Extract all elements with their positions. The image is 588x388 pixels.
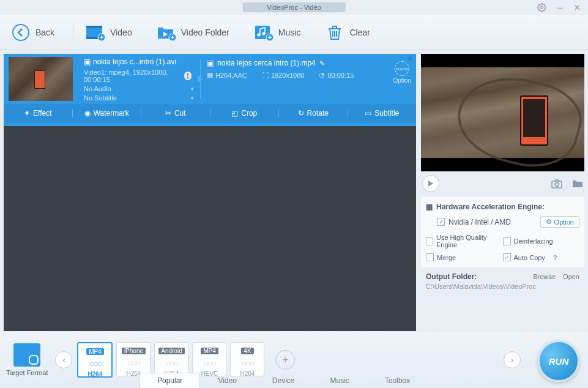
crop-button[interactable]: ◰Crop [210, 109, 279, 118]
file-icon: ▣ [207, 59, 214, 67]
video-clip-card[interactable]: ✕ ▣nokia lejos c...intro (1).avi Video1:… [4, 54, 416, 126]
output-folder-section: Output Folder: Browse Open C:\Users\Mala… [421, 267, 584, 295]
vendors-checkbox[interactable]: ✓ [437, 218, 445, 226]
clear-button[interactable]: Clear [325, 23, 370, 42]
svg-point-9 [262, 32, 265, 35]
subtitle-button[interactable]: ▭Subtitle [348, 109, 417, 118]
titlebar: VideoProc - Video ─ ✕ [0, 0, 588, 15]
subtitle-info-line: No Subtitle [84, 94, 117, 102]
dropdown-caret-icon[interactable]: ▾ [191, 95, 194, 101]
card-divider-arrow [200, 59, 201, 99]
clip-list-panel: ✕ ▣nokia lejos c...intro (1).avi Video1:… [0, 50, 416, 332]
video-preview [421, 54, 584, 171]
crop-icon: ◰ [231, 109, 238, 118]
output-filename: nokia lejos cerca intro (1).mp4 [217, 59, 316, 67]
edit-filename-icon[interactable]: ✎ [319, 60, 324, 67]
clock-icon: ◔ [319, 71, 325, 79]
wand-icon: ✦ [24, 109, 30, 118]
help-icon[interactable]: ? [553, 254, 557, 261]
hq-engine-checkbox[interactable]: Use High Quality Engine [426, 234, 503, 248]
cut-button[interactable]: ✂Cut [141, 109, 210, 118]
video-plus-icon [86, 23, 105, 42]
hw-option-button[interactable]: ⚙Option [540, 216, 579, 228]
dropdown-caret-icon[interactable]: ▾ [191, 86, 194, 92]
output-folder-path: C:\Users\Malavida\Videos\VideoProc [426, 283, 579, 290]
source-filename: ▣nokia lejos c...intro (1).avi [84, 58, 194, 66]
hardware-accel-panel: ▦Hardware Acceleration Engine: ✓ Nvidia … [421, 196, 584, 267]
tab-toolbox[interactable]: Toolbox [367, 373, 428, 388]
watermark-button[interactable]: ◉Watermark [72, 109, 141, 118]
browse-button[interactable]: Browse [533, 273, 556, 280]
run-button[interactable]: RUN [538, 340, 579, 382]
scroll-right-button[interactable]: › [504, 351, 521, 368]
minimize-icon[interactable]: ─ [557, 3, 563, 12]
output-duration: ◔00:00:15 [319, 71, 354, 79]
video-info-line: Video1: mpeg4, 1920x1080, 00:00:15 [84, 69, 184, 83]
empty-clip-area [4, 126, 416, 331]
subtitle-icon: ▭ [365, 109, 371, 118]
effect-button[interactable]: ✦Effect [4, 109, 72, 118]
rotate-button[interactable]: ↻Rotate [278, 109, 348, 118]
chip-icon: ▦ [426, 203, 433, 211]
format-card[interactable]: MP4○○○H264 [77, 342, 113, 378]
folder-video-plus-icon [157, 23, 176, 42]
codec-icon: ▦ [207, 71, 213, 79]
vendors-label: Nvidia / Intel / AMD [448, 218, 511, 226]
codec-option-button[interactable]: codec Option [393, 61, 411, 84]
tab-popular[interactable]: Popular [140, 373, 200, 388]
output-codec: ▦H264,AAC [207, 71, 247, 79]
audio-info-line: No Audio [84, 85, 111, 92]
svg-rect-11 [552, 181, 562, 188]
trash-icon [325, 23, 344, 42]
format-footer: Target Format ‹ MP4○○○H264iPhone○○○H264A… [0, 332, 588, 388]
svg-rect-3 [86, 26, 102, 28]
format-card[interactable]: iPhone○○○H264 [116, 342, 151, 376]
window-title: VideoProc - Video [242, 2, 345, 12]
svg-point-8 [257, 33, 260, 36]
add-format-button[interactable]: + [275, 350, 295, 370]
target-format-button[interactable]: Target Format [6, 343, 48, 376]
settings-icon[interactable] [537, 3, 546, 12]
deinterlacing-checkbox[interactable]: Deinterlacing [503, 234, 580, 248]
svg-point-0 [540, 6, 543, 9]
close-icon[interactable]: ✕ [574, 3, 581, 12]
target-format-icon [13, 343, 40, 367]
file-icon: ▣ [84, 58, 91, 66]
tab-music[interactable]: Music [313, 373, 367, 388]
output-resolution: ⛶1920x1080 [262, 71, 304, 79]
resolution-icon: ⛶ [262, 72, 269, 79]
svg-point-1 [13, 24, 29, 40]
stamp-icon: ◉ [84, 109, 91, 118]
codec-gear-icon: codec [395, 61, 409, 76]
scroll-left-button[interactable]: ‹ [55, 351, 72, 368]
toolbar-separator [73, 21, 73, 43]
back-arrow-icon [11, 23, 31, 42]
music-plus-icon [254, 23, 274, 42]
back-button[interactable]: Back [11, 23, 54, 42]
format-card[interactable]: 4K○○○H264 [230, 342, 264, 376]
add-video-button[interactable]: Video [86, 23, 132, 42]
gear-icon: ⚙ [546, 218, 552, 226]
format-card[interactable]: Android○○○H264 [154, 342, 188, 376]
tab-video[interactable]: Video [200, 373, 254, 388]
add-music-button[interactable]: Music [254, 23, 301, 42]
clip-thumbnail [9, 57, 73, 101]
play-button[interactable] [422, 175, 439, 192]
add-video-folder-button[interactable]: Video Folder [157, 23, 229, 42]
open-folder-icon[interactable] [572, 179, 583, 188]
snapshot-icon[interactable] [551, 179, 562, 188]
format-category-tabs: Popular Video Device Music Toolbox [140, 373, 428, 388]
open-button[interactable]: Open [563, 273, 579, 280]
preview-panel: ▦Hardware Acceleration Engine: ✓ Nvidia … [416, 50, 588, 332]
rotate-icon: ↻ [298, 109, 304, 118]
main-toolbar: Back Video Video Folder Music Clear [0, 15, 588, 50]
merge-checkbox[interactable]: Merge [426, 253, 503, 261]
stream-count-badge: 1 [184, 72, 192, 80]
svg-point-12 [555, 182, 559, 186]
autocopy-checkbox[interactable]: ✓Auto Copy ? [503, 253, 580, 261]
format-card[interactable]: MP4○○○HEVC [192, 342, 226, 376]
main-content: ✕ ▣nokia lejos c...intro (1).avi Video1:… [0, 50, 588, 332]
scissors-icon: ✂ [165, 109, 171, 118]
tab-device[interactable]: Device [255, 373, 313, 388]
